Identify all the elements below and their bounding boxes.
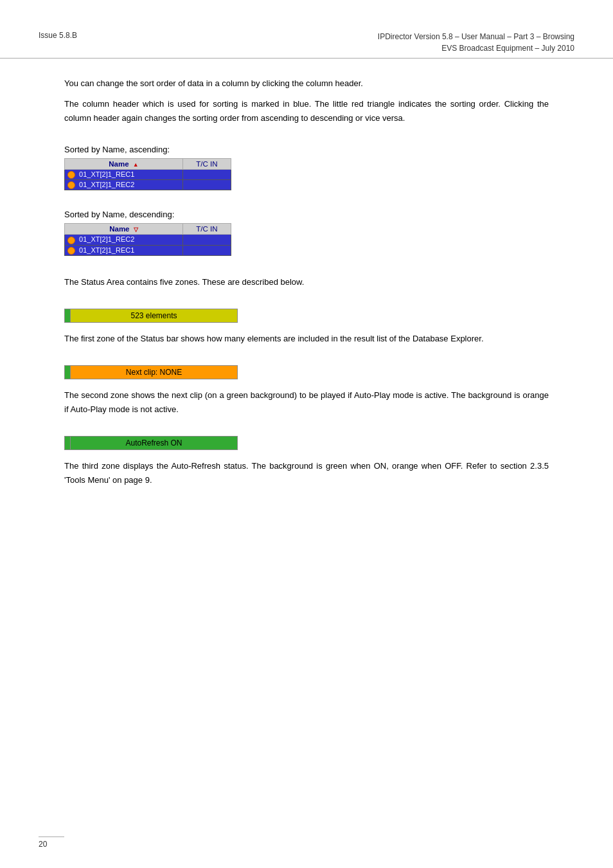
status-area-section: The Status Area contains five zones. The… bbox=[64, 275, 549, 289]
row2-name-desc: 01_XT[2]1_REC1 bbox=[65, 245, 183, 255]
row-icon bbox=[67, 237, 75, 244]
page-number: 20 bbox=[39, 840, 47, 849]
col-name-label-asc: Name bbox=[109, 160, 129, 168]
col-tcin-label-desc: T/C IN bbox=[196, 225, 217, 233]
sort-arrow-asc: ▲ bbox=[133, 161, 139, 168]
zone2-status-bar: Next clip: NONE bbox=[64, 365, 238, 379]
col-header-tcin-desc[interactable]: T/C IN bbox=[182, 224, 231, 235]
zone2-status-bar-container: Next clip: NONE bbox=[64, 365, 238, 379]
zone2-label: Next clip: NONE bbox=[70, 366, 237, 379]
table-row[interactable]: 01_XT[2]1_REC2 bbox=[65, 180, 231, 190]
zone3-green-indicator bbox=[65, 437, 70, 449]
col-tcin-label-asc: T/C IN bbox=[196, 160, 217, 168]
row-icon bbox=[67, 171, 75, 179]
zone2-description: The second zone shows the next clip (on … bbox=[64, 388, 549, 417]
table-row[interactable]: 01_XT[2]1_REC1 bbox=[65, 170, 231, 180]
zone3-description: The third zone displays the Auto-Refresh… bbox=[64, 459, 549, 487]
zone1-label: 523 elements bbox=[70, 309, 237, 322]
zone1-status-bar: 523 elements bbox=[64, 309, 238, 323]
sort-table-desc-wrapper: Name ▽ T/C IN 01_XT[2]1_REC bbox=[64, 223, 231, 255]
header-title-line2: EVS Broadcast Equipment – July 2010 bbox=[378, 42, 574, 54]
row2-name-text-desc: 01_XT[2]1_REC1 bbox=[79, 246, 134, 254]
table-row[interactable]: 01_XT[2]1_REC1 bbox=[65, 245, 231, 255]
col-header-name-desc[interactable]: Name ▽ bbox=[65, 224, 183, 235]
row2-name-asc: 01_XT[2]1_REC2 bbox=[65, 180, 183, 190]
sort-intro-section: You can change the sort order of data in… bbox=[64, 77, 549, 125]
sort-intro-paragraph: You can change the sort order of data in… bbox=[64, 77, 549, 91]
sort-table-asc-wrapper: Name ▲ T/C IN 01_XT[2]1_REC bbox=[64, 158, 231, 190]
sort-detail-paragraph: The column header which is used for sort… bbox=[64, 97, 549, 125]
zone3-status-bar: AutoRefresh ON bbox=[64, 436, 238, 450]
status-area-intro: The Status Area contains five zones. The… bbox=[64, 275, 549, 289]
row2-name-text-asc: 01_XT[2]1_REC2 bbox=[79, 181, 134, 188]
zone2-green-indicator bbox=[65, 366, 70, 379]
sorted-desc-section: Sorted by Name, descending: Name ▽ T/C I… bbox=[64, 210, 549, 255]
row2-tcin-desc bbox=[182, 245, 231, 255]
zone1-status-bar-container: 523 elements bbox=[64, 309, 238, 323]
sorted-asc-section: Sorted by Name, ascending: Name ▲ T/C IN bbox=[64, 145, 549, 190]
row-icon bbox=[67, 247, 75, 255]
header-issue: Issue 5.8.B bbox=[39, 31, 77, 40]
zone3-label: AutoRefresh ON bbox=[70, 437, 237, 449]
col-header-tcin-asc[interactable]: T/C IN bbox=[182, 159, 231, 170]
row1-name-text-asc: 01_XT[2]1_REC1 bbox=[79, 170, 134, 178]
row1-tcin-desc bbox=[182, 235, 231, 245]
zone1-section: 523 elements The first zone of the Statu… bbox=[64, 309, 549, 346]
page-footer: 20 bbox=[39, 836, 64, 849]
row1-tcin-asc bbox=[182, 170, 231, 180]
row1-name-asc: 01_XT[2]1_REC1 bbox=[65, 170, 183, 180]
row1-name-text-desc: 01_XT[2]1_REC2 bbox=[79, 235, 134, 243]
table-row[interactable]: 01_XT[2]1_REC2 bbox=[65, 235, 231, 245]
col-header-name-asc[interactable]: Name ▲ bbox=[65, 159, 183, 170]
row-icon bbox=[67, 181, 75, 189]
zone2-section: Next clip: NONE The second zone shows th… bbox=[64, 365, 549, 417]
sort-table-asc: Name ▲ T/C IN 01_XT[2]1_REC bbox=[64, 158, 231, 190]
main-content: You can change the sort order of data in… bbox=[0, 64, 613, 520]
zone3-section: AutoRefresh ON The third zone displays t… bbox=[64, 436, 549, 487]
zone1-description: The first zone of the Status bar shows h… bbox=[64, 332, 549, 346]
zone1-green-indicator bbox=[65, 309, 70, 322]
page-header: Issue 5.8.B IPDirector Version 5.8 – Use… bbox=[0, 19, 613, 59]
row2-tcin-asc bbox=[182, 180, 231, 190]
zone3-status-bar-container: AutoRefresh ON bbox=[64, 436, 238, 450]
col-name-label-desc: Name bbox=[109, 225, 129, 233]
sort-table-desc: Name ▽ T/C IN 01_XT[2]1_REC bbox=[64, 223, 231, 255]
sort-arrow-desc: ▽ bbox=[134, 226, 138, 233]
sorted-asc-label: Sorted by Name, ascending: bbox=[64, 145, 549, 154]
row1-name-desc: 01_XT[2]1_REC2 bbox=[65, 235, 183, 245]
header-title: IPDirector Version 5.8 – User Manual – P… bbox=[378, 31, 574, 54]
sorted-desc-label: Sorted by Name, descending: bbox=[64, 210, 549, 219]
header-title-line1: IPDirector Version 5.8 – User Manual – P… bbox=[378, 31, 574, 42]
